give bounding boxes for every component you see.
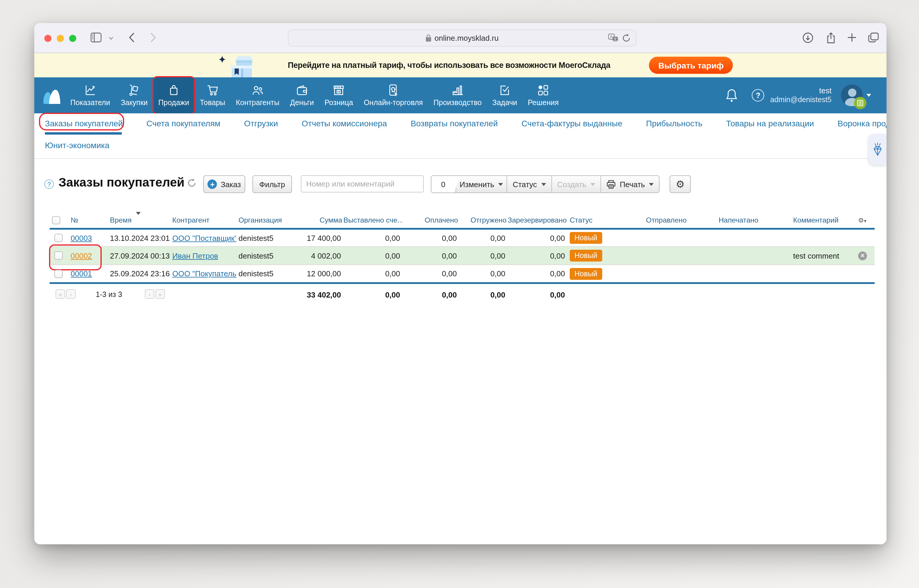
column-header[interactable]: Оплачено	[402, 216, 459, 225]
avatar[interactable]	[841, 84, 863, 106]
translate-icon[interactable]: A文	[608, 34, 619, 42]
pagination-label: 1-3 из 3	[96, 291, 122, 299]
print-button[interactable]: Печать	[600, 176, 659, 192]
settings-gear-button[interactable]: ⚙	[669, 175, 691, 193]
last-page-button[interactable]: »	[156, 289, 165, 299]
banner-text: Перейдите на платный тариф, чтобы исполь…	[288, 61, 610, 69]
row-checkbox[interactable]	[54, 252, 63, 260]
counterparty-link[interactable]: ООО "Поставщик"	[172, 234, 236, 242]
tabs-overview-icon[interactable]	[868, 32, 879, 42]
close-window-button[interactable]	[44, 35, 52, 42]
create-button[interactable]: Создать	[551, 176, 600, 192]
download-icon[interactable]	[802, 32, 813, 43]
row-checkbox[interactable]	[54, 234, 63, 242]
back-button[interactable]	[129, 32, 135, 42]
order-time: 13.10.2024 23:01	[107, 234, 170, 242]
status-button[interactable]: Статус	[506, 176, 551, 192]
reload-icon[interactable]	[622, 34, 630, 42]
status-badge[interactable]: Новый	[570, 232, 602, 244]
order-number-link[interactable]: 00001	[71, 269, 92, 278]
column-header[interactable]: ⚙▾	[856, 216, 875, 225]
nav-item-tasks[interactable]: Задачи	[487, 78, 522, 113]
column-header[interactable]: №	[68, 216, 107, 225]
order-row-00003[interactable]: 0000313.10.2024 23:01ООО "Поставщик"deni…	[50, 229, 875, 247]
column-header[interactable]: Выставлено сче...	[344, 216, 402, 225]
column-header[interactable]: Отправлено	[643, 216, 716, 225]
nav-item-online-trade[interactable]: Онлайн-торговля	[358, 78, 428, 113]
chevron-down-icon[interactable]	[109, 37, 113, 40]
forward-button[interactable]	[150, 32, 156, 42]
refresh-icon[interactable]	[187, 178, 196, 188]
filter-button[interactable]: Фильтр	[252, 175, 292, 193]
nav-item-indicators[interactable]: Показатели	[65, 78, 115, 113]
order-number-link[interactable]: 00002	[71, 251, 92, 260]
caret-down-icon	[541, 183, 546, 186]
column-header[interactable]	[50, 216, 68, 225]
clear-comment-icon[interactable]: ✕	[858, 251, 867, 260]
subnav-tab[interactable]: Счета-фактуры выданные	[522, 119, 622, 128]
status-badge[interactable]: Новый	[570, 250, 602, 262]
orders-table: №ВремяКонтрагентОрганизацияСуммаВыставле…	[50, 213, 875, 305]
nav-item-retail[interactable]: Розница	[319, 78, 358, 113]
order-row-00001[interactable]: 0000125.09.2024 23:16ООО "Покупатель"den…	[50, 265, 875, 282]
choose-tariff-button[interactable]: Выбрать тариф	[649, 57, 733, 74]
table-footer: « ‹ 1-3 из 3 › » 33 402,000,000,000,000,…	[50, 284, 875, 305]
nav-item-purchases[interactable]: Закупки	[115, 78, 153, 113]
column-header[interactable]: Зарезервировано	[508, 216, 567, 225]
subnav-tab[interactable]: Воронка продаж	[838, 119, 887, 128]
indicators-icon	[84, 84, 97, 97]
columns-gear-icon[interactable]: ⚙▾	[858, 216, 866, 225]
nav-item-solutions[interactable]: Решения	[522, 78, 564, 113]
subnav-tab[interactable]: Счета покупателям	[147, 119, 220, 128]
address-bar[interactable]: online.moysklad.ru A文	[288, 29, 637, 47]
column-header[interactable]: Отгружено	[459, 216, 508, 225]
select-all-checkbox[interactable]	[52, 216, 60, 225]
first-page-button[interactable]: «	[55, 289, 65, 299]
column-header[interactable]: Комментарий	[791, 216, 856, 225]
create-order-button[interactable]: + Заказ	[203, 175, 245, 193]
invoiced: 0,00	[344, 269, 402, 278]
sidebar-toggle-icon[interactable]	[91, 32, 102, 42]
subnav-tab[interactable]: Отчеты комиссионера	[302, 119, 387, 128]
notifications-bell-icon[interactable]	[726, 89, 738, 102]
new-tab-icon[interactable]	[847, 32, 857, 42]
search-input[interactable]	[301, 175, 424, 192]
prev-page-button[interactable]: ‹	[66, 289, 76, 299]
table-header: №ВремяКонтрагентОрганизацияСуммаВыставле…	[50, 213, 875, 228]
boxes-illustration-icon	[215, 53, 269, 78]
minimize-window-button[interactable]	[57, 35, 64, 42]
share-icon[interactable]	[826, 32, 836, 44]
help-icon[interactable]: ?	[752, 89, 765, 102]
nav-item-goods[interactable]: Товары	[194, 78, 230, 113]
moysklad-logo[interactable]	[40, 78, 65, 113]
nav-item-production[interactable]: Производство	[428, 78, 487, 113]
next-page-button[interactable]: ›	[145, 289, 154, 299]
promo-side-tab[interactable]	[868, 134, 887, 165]
subnav-tab[interactable]: Юнит-экономика	[45, 141, 109, 150]
column-header[interactable]: Организация	[236, 216, 298, 225]
subnav-tab[interactable]: Возвраты покупателей	[411, 119, 498, 128]
subnav-tab[interactable]: Прибыльность	[646, 119, 702, 128]
column-header[interactable]: Статус	[567, 216, 643, 225]
user-menu-caret-icon[interactable]	[866, 94, 871, 97]
totals-row: 33 402,000,000,000,000,00	[50, 284, 875, 305]
order-row-00002[interactable]: 0000227.09.2024 00:13Иван Петровdenistes…	[50, 247, 875, 265]
counterparty-link[interactable]: ООО "Покупатель"	[172, 269, 236, 278]
column-header[interactable]: Время	[107, 216, 170, 225]
fullscreen-window-button[interactable]	[69, 35, 76, 42]
nav-item-counterparties[interactable]: Контрагенты	[230, 78, 285, 113]
counterparty-link[interactable]: Иван Петров	[172, 251, 218, 260]
row-checkbox[interactable]	[54, 270, 63, 278]
column-header[interactable]: Напечатано	[716, 216, 791, 225]
subnav-tab[interactable]: Отгрузки	[244, 119, 278, 128]
column-header[interactable]: Контрагент	[170, 216, 236, 225]
user-info[interactable]: test admin@denistest5	[770, 86, 831, 105]
nav-item-sales[interactable]: Продажи	[153, 78, 194, 113]
nav-item-money[interactable]: Деньги	[285, 78, 319, 113]
status-badge[interactable]: Новый	[570, 268, 602, 279]
change-button[interactable]: Изменить	[455, 176, 506, 192]
column-header[interactable]: Сумма	[298, 216, 344, 225]
page-help-icon[interactable]: ?	[44, 179, 54, 189]
order-number-link[interactable]: 00003	[71, 234, 92, 242]
subnav-tab[interactable]: Товары на реализации	[726, 119, 814, 128]
